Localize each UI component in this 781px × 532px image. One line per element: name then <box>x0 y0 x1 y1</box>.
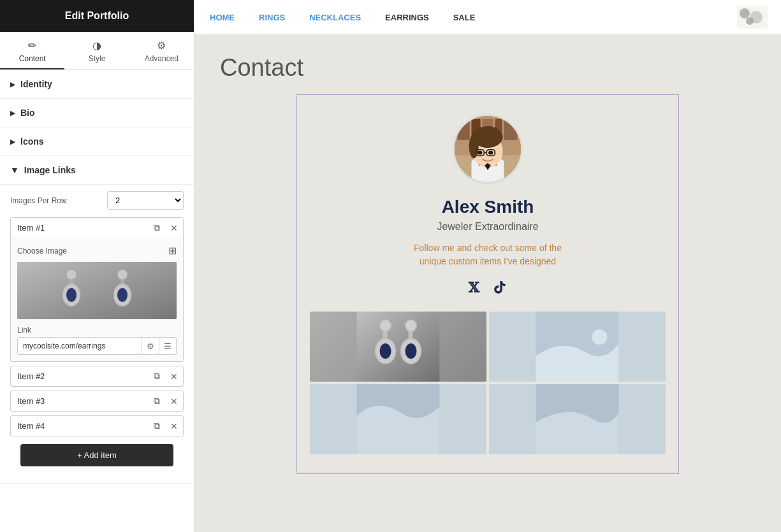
panel-title: Edit Portfolio <box>65 10 129 21</box>
image-links-arrow-icon: ▼ <box>10 165 19 175</box>
item-1-delete-button[interactable]: ✕ <box>165 219 183 237</box>
link-settings-button[interactable]: ⚙ <box>142 338 159 354</box>
svg-point-11 <box>740 8 750 18</box>
item-2-row: Item #2 ⧉ ✕ <box>10 366 184 387</box>
grid-cell-3[interactable] <box>310 384 486 454</box>
svg-point-42 <box>405 343 417 359</box>
nav-rings[interactable]: RINGS <box>256 1 288 34</box>
section-identity-label: Identity <box>20 79 52 89</box>
top-nav: HOME RINGS NECKLACES EARRINGS SALE <box>194 0 781 35</box>
link-label: Link <box>17 326 177 334</box>
images-per-row-label: Images Per Row <box>10 196 67 205</box>
panel-content: ▶ Identity ▶ Bio ▶ Icons ▼ Image Links I… <box>0 70 194 532</box>
svg-point-6 <box>117 270 128 280</box>
image-links-body: Images Per Row 2 1 3 4 Item #1 ⧉ ✕ <box>0 184 194 483</box>
left-panel: Edit Portfolio ✏ Content ◑ Style ⚙ Advan… <box>0 0 194 532</box>
item-1-expanded: Item #1 ⧉ ✕ Choose Image ⊞ <box>10 217 184 362</box>
grid-cell-1[interactable] <box>310 312 486 382</box>
choose-image-label: Choose Image <box>17 247 67 255</box>
item-2-delete-button[interactable]: ✕ <box>165 368 183 385</box>
svg-rect-34 <box>357 312 440 382</box>
section-icons-label: Icons <box>20 136 44 147</box>
add-item-button[interactable]: + Add item <box>20 444 173 466</box>
tab-style-label: Style <box>89 54 106 63</box>
item-1-copy-button[interactable]: ⧉ <box>149 219 165 237</box>
svg-point-5 <box>66 288 77 302</box>
link-options-button[interactable]: ☰ <box>159 338 176 354</box>
choose-image-row: Choose Image ⊞ <box>17 245 177 257</box>
placeholder-svg-4 <box>489 384 666 454</box>
placeholder-svg-2 <box>489 312 666 382</box>
item-3-label: Item #3 <box>11 391 149 411</box>
tab-advanced[interactable]: ⚙ Advanced <box>129 32 194 69</box>
svg-point-38 <box>380 343 391 359</box>
bio-arrow-icon: ▶ <box>10 110 15 117</box>
profile-name: Alex Smith <box>442 197 534 217</box>
image-links-header[interactable]: ▼ Image Links <box>0 156 194 184</box>
item-2-copy-button[interactable]: ⧉ <box>149 367 165 385</box>
item-4-label: Item #4 <box>11 416 149 436</box>
panel-tabs: ✏ Content ◑ Style ⚙ Advanced <box>0 32 194 70</box>
link-input-row: ⚙ ☰ <box>17 337 177 355</box>
svg-rect-17 <box>458 119 470 140</box>
item-1-header: Item #1 ⧉ ✕ <box>11 218 183 238</box>
svg-point-30 <box>478 151 483 155</box>
section-icons[interactable]: ▶ Icons <box>0 127 194 156</box>
item-1-body: Choose Image ⊞ <box>11 238 183 361</box>
link-input[interactable] <box>18 338 142 354</box>
tab-style[interactable]: ◑ Style <box>64 32 129 69</box>
svg-point-2 <box>66 270 77 280</box>
content-icon: ✏ <box>28 40 36 52</box>
identity-arrow-icon: ▶ <box>10 81 15 88</box>
right-panel: HOME RINGS NECKLACES EARRINGS SALE Conta… <box>194 0 781 532</box>
svg-point-44 <box>592 329 608 345</box>
choose-image-button[interactable]: ⊞ <box>168 245 177 257</box>
placeholder-svg-3 <box>310 384 486 454</box>
grid-cell-4[interactable] <box>489 384 666 454</box>
section-bio[interactable]: ▶ Bio <box>0 99 194 127</box>
nav-necklaces[interactable]: NECKLACES <box>307 1 363 34</box>
tab-advanced-label: Advanced <box>145 54 179 63</box>
twitter-x-icon[interactable]: 𝕏 <box>468 280 479 299</box>
svg-point-39 <box>405 320 417 331</box>
earring-svg <box>17 262 177 319</box>
logo-svg <box>737 6 768 29</box>
page-content: Contact <box>194 35 781 532</box>
page-title: Contact <box>220 54 755 82</box>
item-2-label: Item #2 <box>11 366 149 386</box>
svg-point-31 <box>488 151 493 155</box>
item-1-image-preview[interactable] <box>17 262 177 319</box>
svg-point-9 <box>117 288 128 302</box>
image-links-label: Image Links <box>24 165 76 175</box>
portfolio-card: Alex Smith Jeweler Extraordinaire Follow… <box>296 94 679 474</box>
nav-sale[interactable]: SALE <box>451 1 478 34</box>
style-icon: ◑ <box>92 40 101 52</box>
profile-title: Jeweler Extraordinaire <box>437 221 538 233</box>
nav-earrings[interactable]: EARRINGS <box>383 1 432 34</box>
item-4-copy-button[interactable]: ⧉ <box>149 417 165 435</box>
item-4-delete-button[interactable]: ✕ <box>165 417 183 435</box>
item-3-row: Item #3 ⧉ ✕ <box>10 391 184 412</box>
profile-bio: Follow me and check out some of theuniqu… <box>414 241 562 268</box>
tab-content[interactable]: ✏ Content <box>0 32 64 69</box>
nav-home[interactable]: HOME <box>207 1 237 34</box>
svg-point-26 <box>469 134 479 158</box>
section-image-links: ▼ Image Links Images Per Row 2 1 3 4 <box>0 156 194 484</box>
images-per-row-select[interactable]: 2 1 3 4 <box>107 191 184 210</box>
item-1-label: Item #1 <box>11 218 149 238</box>
tab-content-label: Content <box>19 54 46 63</box>
grid-cell-2[interactable] <box>489 312 666 382</box>
item-3-delete-button[interactable]: ✕ <box>165 392 183 410</box>
svg-point-48 <box>587 422 600 435</box>
svg-rect-21 <box>504 119 518 140</box>
image-grid <box>310 312 666 454</box>
nav-logo <box>736 6 768 29</box>
social-icons: 𝕏 <box>468 280 507 299</box>
section-identity[interactable]: ▶ Identity <box>0 70 194 99</box>
gear-icon: ⚙ <box>157 40 166 52</box>
tiktok-icon[interactable] <box>492 280 507 299</box>
item-3-copy-button[interactable]: ⧉ <box>149 392 165 410</box>
svg-point-13 <box>746 17 754 25</box>
add-item-label: + Add item <box>77 450 117 460</box>
grid-earring-svg <box>310 312 486 382</box>
